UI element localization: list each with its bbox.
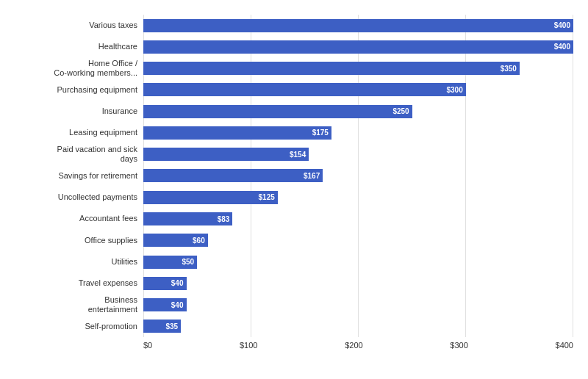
bar-row: $40 — [143, 273, 573, 294]
bar-value-label: $300 — [447, 86, 463, 94]
bar-label: Insurance — [0, 101, 137, 122]
bar-row: $154 — [143, 144, 573, 165]
chart-area: Various taxesHealthcareHome Office /Co-w… — [0, 15, 573, 337]
bar: $250 — [143, 105, 412, 118]
bar-label: Self-promotion — [0, 316, 137, 336]
chart-container: Various taxesHealthcareHome Office /Co-w… — [0, 0, 588, 379]
bar: $350 — [143, 62, 520, 75]
bar-value-label: $60 — [193, 237, 205, 245]
bar: $400 — [143, 19, 573, 32]
bar: $154 — [143, 148, 309, 161]
bar-value-label: $125 — [259, 193, 275, 201]
bars-column: $400$400$350$300$250$175$154$167$125$83$… — [143, 15, 573, 337]
bar-value-label: $154 — [290, 151, 306, 159]
bar-value-label: $40 — [171, 279, 184, 287]
bar-value-label: $167 — [304, 172, 320, 180]
labels-column: Various taxesHealthcareHome Office /Co-w… — [0, 15, 143, 337]
bar-row: $167 — [143, 165, 573, 186]
bar-value-label: $250 — [392, 107, 409, 115]
x-axis-label: $100 — [240, 341, 257, 350]
bar: $40 — [143, 298, 187, 311]
bar-value-label: $400 — [554, 21, 570, 29]
x-axis-label: $0 — [143, 341, 152, 350]
bar: $175 — [143, 126, 331, 140]
bar-row: $400 — [143, 15, 573, 36]
bar-label: Purchasing equipment — [0, 79, 137, 100]
bar: $60 — [143, 234, 208, 247]
bar-row: $40 — [143, 295, 573, 315]
bar-label: Businessentertainment — [0, 295, 137, 315]
bar-label: Leasing equipment — [0, 123, 137, 143]
bar-row: $350 — [143, 58, 573, 79]
bar: $50 — [143, 256, 197, 269]
bar-row: $175 — [143, 123, 573, 143]
bar-value-label: $50 — [182, 258, 194, 266]
x-axis-label: $200 — [345, 341, 362, 350]
bar-row: $125 — [143, 187, 573, 208]
bar-label: Uncollected payments — [0, 187, 137, 208]
bar-label: Office supplies — [0, 230, 137, 250]
bar-row: $50 — [143, 252, 573, 272]
bar-value-label: $40 — [171, 301, 184, 309]
bar-row: $250 — [143, 101, 573, 122]
x-axis-label: $300 — [450, 341, 467, 350]
bar-value-label: $175 — [312, 129, 329, 137]
bar-value-label: $400 — [554, 43, 570, 51]
bar-label: Paid vacation and sickdays — [0, 144, 137, 165]
bar: $35 — [143, 320, 181, 333]
bar: $40 — [143, 277, 187, 290]
bar: $300 — [143, 83, 466, 96]
bar-row: $60 — [143, 230, 573, 250]
bar: $400 — [143, 40, 573, 54]
bar: $125 — [143, 191, 278, 204]
x-axis-label: $400 — [556, 341, 573, 350]
bar-label: Travel expenses — [0, 273, 137, 294]
bar-row: $300 — [143, 79, 573, 100]
bar-label: Accountant fees — [0, 209, 137, 229]
bar-row: $35 — [143, 316, 573, 336]
bar-value-label: $83 — [218, 215, 230, 223]
bar-label: Various taxes — [0, 15, 137, 36]
bar: $83 — [143, 212, 232, 225]
bar: $167 — [143, 169, 323, 182]
bar-label: Savings for retirement — [0, 165, 137, 186]
x-axis: $0$100$200$300$400 — [143, 337, 573, 350]
bar-label: Home Office /Co-working members... — [0, 58, 137, 79]
bar-value-label: $350 — [501, 65, 517, 73]
bar-row: $83 — [143, 209, 573, 229]
bar-label: Utilities — [0, 252, 137, 272]
bar-row: $400 — [143, 37, 573, 57]
bar-label: Healthcare — [0, 37, 137, 57]
bar-value-label: $35 — [166, 322, 179, 331]
